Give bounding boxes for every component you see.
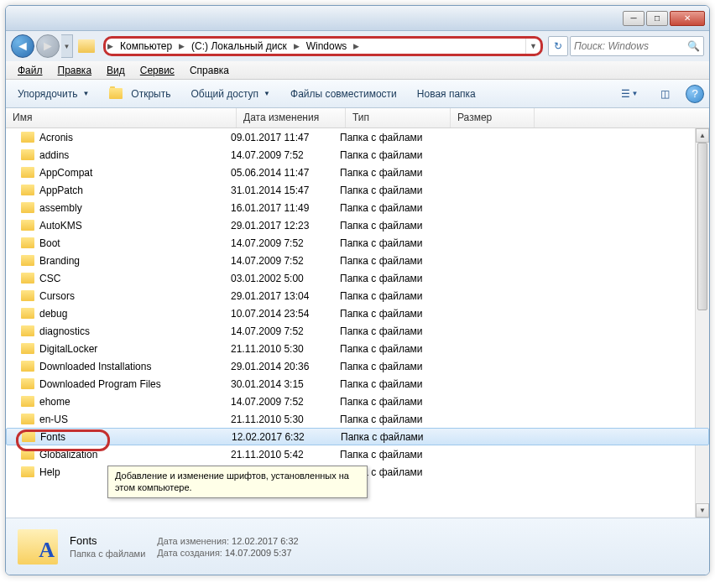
row-name: Downloaded Program Files xyxy=(21,378,231,390)
search-box[interactable]: 🔍 xyxy=(570,36,704,56)
folder-row-ehome[interactable]: ehome14.07.2009 7:52Папка с файлами xyxy=(6,393,709,410)
folder-icon xyxy=(21,343,34,354)
minimize-button[interactable]: ─ xyxy=(623,11,645,26)
open-button[interactable]: Открыть xyxy=(102,85,177,103)
new-folder-button[interactable]: Новая папка xyxy=(410,85,483,103)
row-name: AppPatch xyxy=(21,185,231,196)
back-button[interactable]: ◄ xyxy=(11,34,34,58)
row-date: 21.11.2010 5:30 xyxy=(231,414,340,425)
folder-row-branding[interactable]: Branding14.07.2009 7:52Папка с файлами xyxy=(6,252,709,269)
menu-file[interactable]: Файл xyxy=(11,63,50,78)
chevron-right-icon[interactable]: ▶ xyxy=(292,42,301,50)
breadcrumb-computer[interactable]: Компьютер xyxy=(115,39,177,54)
address-dropdown[interactable]: ▼ xyxy=(525,39,540,54)
row-name: addins xyxy=(21,149,231,161)
folder-icon xyxy=(21,308,34,319)
file-list[interactable]: ▲ ▼ Acronis09.01.2017 11:47Папка с файла… xyxy=(6,128,709,518)
row-type: Папка с файлами xyxy=(340,202,445,214)
folder-icon xyxy=(21,290,34,301)
folder-row-cursors[interactable]: Cursors29.01.2017 13:04Папка с файлами xyxy=(6,287,709,304)
column-type[interactable]: Тип xyxy=(346,108,451,127)
folder-row-downloaded-installations[interactable]: Downloaded Installations29.01.2014 20:36… xyxy=(6,357,709,375)
row-name: debug xyxy=(21,308,231,320)
folder-row-fonts[interactable]: Fonts12.02.2017 6:32Папка с файлами xyxy=(6,428,709,445)
row-name: ehome xyxy=(21,396,231,408)
row-date: 09.01.2017 11:47 xyxy=(231,132,340,143)
folder-row-acronis[interactable]: Acronis09.01.2017 11:47Папка с файлами xyxy=(6,128,709,146)
column-date[interactable]: Дата изменения xyxy=(237,108,346,127)
folder-row-diagnostics[interactable]: diagnostics14.07.2009 7:52Папка с файлам… xyxy=(6,322,709,340)
folder-icon xyxy=(21,185,34,195)
folder-icon xyxy=(21,414,34,424)
folder-row-autokms[interactable]: AutoKMS29.01.2017 12:23Папка с файлами xyxy=(6,216,709,234)
menu-bar: Файл Правка Вид Сервис Справка xyxy=(6,61,709,80)
folder-icon xyxy=(21,255,34,266)
column-name[interactable]: Имя xyxy=(6,108,237,127)
row-name: Cursors xyxy=(21,290,231,302)
arrow-right-icon: ► xyxy=(41,39,55,54)
refresh-button[interactable]: ↻ xyxy=(548,36,568,56)
chevron-right-icon[interactable]: ▶ xyxy=(106,42,115,50)
chevron-right-icon[interactable]: ▶ xyxy=(177,42,186,50)
row-name: Fonts xyxy=(22,431,232,443)
details-name: Fonts xyxy=(70,534,145,547)
search-input[interactable] xyxy=(574,40,687,52)
folder-row-globalization[interactable]: Globalization21.11.2010 5:42Папка с файл… xyxy=(6,445,709,463)
share-button[interactable]: Общий доступ▼ xyxy=(184,85,277,103)
folder-icon xyxy=(21,132,34,143)
breadcrumb-drive-c[interactable]: (C:) Локальный диск xyxy=(186,39,292,54)
refresh-icon: ↻ xyxy=(554,40,562,52)
nav-history-dropdown[interactable]: ▼ xyxy=(61,34,73,58)
folder-row-debug[interactable]: debug10.07.2014 23:54Папка с файлами xyxy=(6,304,709,322)
row-type: Папка с файлами xyxy=(340,396,445,408)
row-type: Папка с файлами xyxy=(340,167,445,179)
compat-files-button[interactable]: Файлы совместимости xyxy=(284,85,404,103)
forward-button[interactable]: ► xyxy=(36,34,60,58)
menu-tools[interactable]: Сервис xyxy=(133,63,181,78)
organize-button[interactable]: Упорядочить▼ xyxy=(11,85,96,103)
folder-row-apppatch[interactable]: AppPatch31.01.2014 15:47Папка с файлами xyxy=(6,181,709,199)
address-bar[interactable]: ▶ Компьютер ▶ (C:) Локальный диск ▶ Wind… xyxy=(103,36,543,56)
folder-icon xyxy=(22,431,35,442)
maximize-button[interactable]: □ xyxy=(646,11,668,26)
chevron-down-icon: ▼ xyxy=(264,90,270,97)
scroll-down-button[interactable]: ▼ xyxy=(696,503,709,518)
folder-icon xyxy=(21,466,34,477)
folder-row-csc[interactable]: CSC03.01.2002 5:00Папка с файлами xyxy=(6,269,709,287)
row-name: Acronis xyxy=(21,132,231,143)
folder-row-downloaded-program-files[interactable]: Downloaded Program Files30.01.2014 3:15П… xyxy=(6,375,709,393)
folder-row-appcompat[interactable]: AppCompat05.06.2014 11:47Папка с файлами xyxy=(6,164,709,181)
row-date: 29.01.2014 20:36 xyxy=(231,361,340,372)
menu-help[interactable]: Справка xyxy=(183,63,236,78)
details-pane: Fonts Папка с файлами Дата изменения: 12… xyxy=(6,518,709,575)
folder-row-en-us[interactable]: en-US21.11.2010 5:30Папка с файлами xyxy=(6,410,709,428)
row-date: 29.01.2017 12:23 xyxy=(231,220,340,232)
folder-icon xyxy=(21,273,34,284)
row-type: Папка с файлами xyxy=(340,290,445,302)
view-options-button[interactable]: ☰▼ xyxy=(615,84,644,104)
folder-row-addins[interactable]: addins14.07.2009 7:52Папка с файлами xyxy=(6,146,709,164)
folder-icon xyxy=(21,167,34,178)
column-size[interactable]: Размер xyxy=(451,108,535,127)
folder-row-boot[interactable]: Boot14.07.2009 7:52Папка с файлами xyxy=(6,234,709,252)
preview-pane-button[interactable]: ◫ xyxy=(650,84,679,104)
pane-icon: ◫ xyxy=(660,88,670,100)
folder-icon xyxy=(21,396,34,407)
breadcrumb-windows[interactable]: Windows xyxy=(301,39,352,54)
folder-row-digitallocker[interactable]: DigitalLocker21.11.2010 5:30Папка с файл… xyxy=(6,340,709,357)
row-type: Папка с файлами xyxy=(340,149,445,161)
row-type: Папка с файлами xyxy=(340,185,445,196)
row-date: 10.07.2014 23:54 xyxy=(231,308,340,320)
details-type: Папка с файлами xyxy=(70,549,145,559)
close-button[interactable]: ✕ xyxy=(670,11,705,26)
folder-open-icon xyxy=(109,88,123,99)
chevron-down-icon: ▼ xyxy=(82,90,89,97)
details-created-value: 14.07.2009 5:37 xyxy=(225,548,292,558)
menu-edit[interactable]: Правка xyxy=(51,63,99,78)
folder-row-assembly[interactable]: assembly16.01.2017 11:49Папка с файлами xyxy=(6,199,709,216)
details-modified-value: 12.02.2017 6:32 xyxy=(232,536,299,546)
chevron-right-icon[interactable]: ▶ xyxy=(352,42,361,50)
help-button[interactable]: ? xyxy=(686,85,704,103)
menu-view[interactable]: Вид xyxy=(100,63,132,78)
row-date: 29.01.2017 13:04 xyxy=(231,290,340,302)
